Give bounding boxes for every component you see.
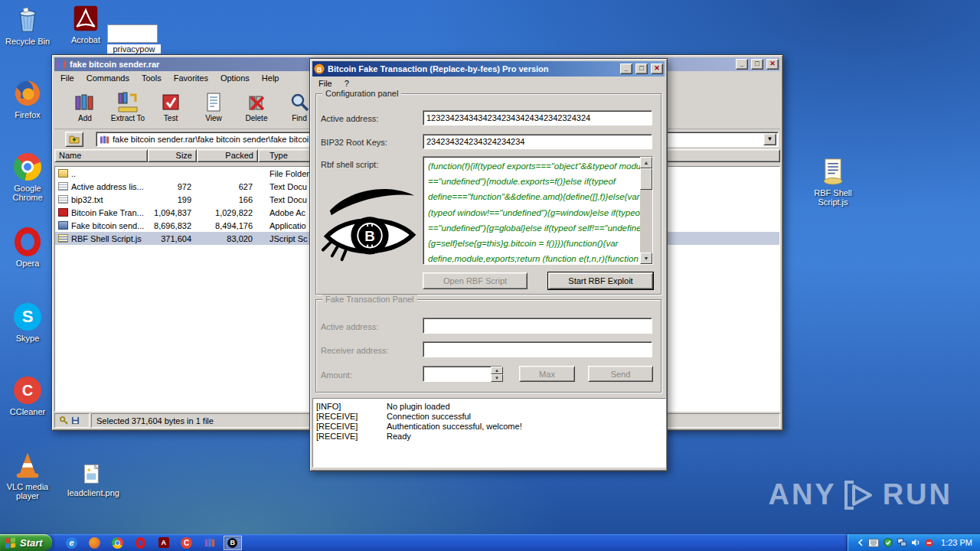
desktop-icon-acrobat[interactable]: Acrobat: [63, 3, 109, 44]
ccleaner-icon: C: [12, 375, 43, 406]
desktop-icon-rbf-shell-script[interactable]: RBF Shell Script.js: [808, 156, 858, 207]
spinner-down-icon[interactable]: ▼: [491, 374, 503, 382]
dialog-menubar: File ?: [312, 77, 665, 90]
chrome-icon: [12, 152, 43, 182]
fake-active-address-input[interactable]: [423, 318, 652, 334]
scroll-down-icon[interactable]: ▼: [640, 253, 652, 264]
desktop-icon-leadclient[interactable]: leadclient.png: [67, 462, 116, 497]
anyrun-logo-icon: [843, 480, 877, 510]
desktop-icon-recycle-bin[interactable]: Recycle Bin: [3, 5, 52, 46]
antivirus-icon[interactable]: [925, 539, 933, 547]
dialog-close-button[interactable]: ✕: [651, 64, 663, 74]
menu-file[interactable]: File: [54, 72, 80, 84]
desktop-icon-label: Firefox: [5, 110, 51, 119]
winrar-minimize-button[interactable]: _: [736, 59, 748, 70]
toolbar-view-button[interactable]: View: [192, 91, 235, 122]
desktop-icon-label: Recycle Bin: [3, 37, 52, 46]
fake-transaction-panel-legend: Fake Transaction Panel: [322, 295, 417, 304]
amount-spinner[interactable]: ▲ ▼: [491, 367, 503, 381]
column-header-size[interactable]: Size: [148, 149, 197, 162]
menu-tools[interactable]: Tools: [136, 72, 168, 84]
taskbar-firefox-icon[interactable]: [86, 536, 104, 550]
bip32-root-keys-label: BIP32 Root Keys:: [321, 138, 387, 147]
taskbar-acrobat-icon[interactable]: A: [155, 536, 173, 550]
winrar-app-icon: [56, 59, 67, 70]
desktop-icon-privacypow[interactable]: privacypow: [107, 23, 161, 54]
rbf-script-code: (function(f){if(typeof exports==="object…: [423, 157, 640, 264]
active-address-input[interactable]: [423, 110, 652, 126]
log-output: [INFO] No plugin loaded [RECEIVE] Connec…: [312, 398, 666, 468]
log-line: [RECEIVE] Connection successful: [316, 412, 662, 422]
desktop-icon-opera[interactable]: Opera: [6, 227, 49, 268]
windows-flag-icon: [5, 536, 16, 549]
desktop-icon-label: Google Chrome: [3, 184, 52, 202]
desktop-icon-firefox[interactable]: Firefox: [5, 78, 51, 119]
taskbar-winrar-icon[interactable]: [201, 536, 219, 550]
skype-icon: S: [12, 302, 43, 332]
network-icon[interactable]: [897, 538, 906, 547]
rar-archive-icon: [100, 135, 109, 145]
eye-bitcoin-logo: B: [321, 178, 419, 272]
up-one-level-button[interactable]: [65, 132, 83, 147]
log-line: [RECEIVE] Ready: [316, 432, 662, 442]
delete-file-icon: [245, 91, 268, 114]
taskbar-bitcoin-app-button[interactable]: B: [224, 536, 242, 550]
scroll-thumb[interactable]: [640, 168, 652, 190]
column-header-name[interactable]: Name: [54, 149, 148, 162]
start-rbf-exploit-button[interactable]: Start RBF Exploit: [548, 272, 653, 289]
receiver-address-input[interactable]: [423, 341, 652, 357]
column-header-packed[interactable]: Packed: [197, 149, 258, 162]
dialog-maximize-button[interactable]: □: [635, 64, 648, 74]
dialog-menu-help[interactable]: ?: [338, 77, 355, 90]
desktop-icon-label: Acrobat: [63, 35, 109, 44]
bip32-root-keys-input[interactable]: [423, 134, 652, 149]
taskbar-clock[interactable]: 1:23 PM: [938, 538, 972, 547]
toolbar-add-button[interactable]: Add: [64, 91, 106, 122]
taskbar-chrome-icon[interactable]: [109, 536, 127, 550]
quick-launch-bar: e A C B: [63, 536, 242, 550]
keyboard-layout-icon[interactable]: [868, 539, 879, 547]
toolbar-extract-button[interactable]: Extract To: [106, 91, 149, 122]
dialog-menu-file[interactable]: File: [312, 77, 338, 90]
amount-label: Amount:: [321, 370, 352, 380]
acrobat-icon: [70, 3, 101, 34]
send-button[interactable]: Send: [588, 366, 653, 382]
desktop-icon-label: VLC media player: [3, 482, 52, 500]
taskbar-ccleaner-icon[interactable]: C: [178, 536, 196, 550]
winrar-close-button[interactable]: ✕: [766, 59, 779, 70]
desktop-icon-ccleaner[interactable]: C CCleaner: [5, 375, 51, 416]
menu-favorites[interactable]: Favorites: [168, 72, 214, 84]
dialog-titlebar[interactable]: B Bitcoin Fake Transaction (Replace-by-f…: [312, 61, 665, 77]
rbf-script-textarea[interactable]: (function(f){if(typeof exports==="object…: [423, 156, 653, 265]
vlc-icon: [12, 450, 43, 481]
taskbar-opera-icon[interactable]: [132, 536, 150, 550]
winrar-maximize-button[interactable]: □: [751, 59, 763, 70]
application-file-icon: [58, 221, 68, 230]
menu-help[interactable]: Help: [256, 72, 286, 84]
tray-chevron-icon[interactable]: [858, 539, 864, 546]
start-button-label: Start: [20, 537, 43, 549]
taskbar-internet-explorer-icon[interactable]: e: [63, 536, 81, 550]
open-rbf-script-button[interactable]: Open RBF Script: [423, 272, 528, 289]
desktop-icon-label: Opera: [6, 259, 49, 268]
menu-options[interactable]: Options: [214, 72, 256, 84]
max-button[interactable]: Max: [519, 366, 575, 382]
toolbar-delete-button[interactable]: Delete: [235, 91, 278, 122]
desktop-icon-skype[interactable]: S Skype: [6, 302, 49, 343]
image-file-icon: [77, 462, 107, 487]
desktop-icon-google-chrome[interactable]: Google Chrome: [3, 152, 52, 202]
spinner-up-icon[interactable]: ▲: [491, 367, 503, 374]
desktop-icon-vlc[interactable]: VLC media player: [3, 450, 52, 500]
address-dropdown-button[interactable]: ▼: [763, 133, 776, 145]
dialog-minimize-button[interactable]: _: [620, 64, 632, 74]
start-button[interactable]: Start: [0, 534, 52, 551]
log-line: [INFO] No plugin loaded: [316, 402, 662, 412]
view-file-icon: [202, 91, 225, 114]
watermark-any: ANY: [768, 478, 836, 511]
security-shield-icon[interactable]: [884, 538, 893, 547]
menu-commands[interactable]: Commands: [80, 72, 136, 84]
scroll-up-icon[interactable]: ▲: [640, 157, 652, 168]
script-scrollbar[interactable]: ▲ ▼: [640, 157, 652, 264]
volume-icon[interactable]: [911, 538, 920, 547]
toolbar-test-button[interactable]: Test: [149, 91, 192, 122]
